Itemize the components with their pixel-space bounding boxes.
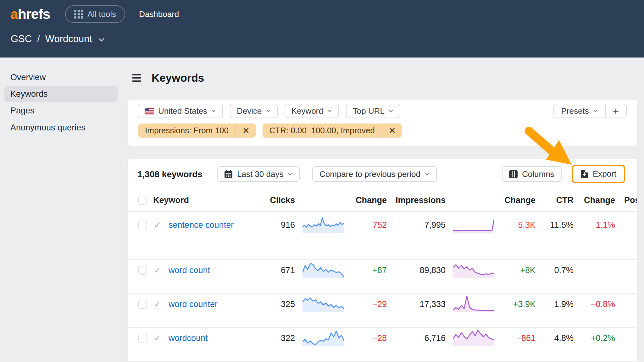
- impressions-change-value: +8K: [491, 261, 536, 279]
- ctr-value: 0.7%: [536, 261, 574, 279]
- presets-dropdown[interactable]: Presets: [554, 104, 605, 118]
- filter-chip-label: CTR: 0.00–100.00, Improved: [263, 123, 382, 138]
- columns-label: Columns: [522, 169, 554, 179]
- clicks-change-value: −28: [345, 329, 387, 347]
- filter-chip-impressions[interactable]: Impressions: From 100 ✕: [138, 123, 256, 138]
- clicks-change-value: −29: [345, 295, 387, 313]
- ctr-value: 4.8%: [536, 329, 574, 347]
- header-keyword[interactable]: Keyword: [153, 190, 189, 211]
- device-filter-dropdown[interactable]: Device: [230, 104, 277, 118]
- impressions-value: 6,716: [395, 329, 446, 347]
- chevron-down-icon: [389, 109, 393, 112]
- sidebar-item-pages[interactable]: Pages: [4, 102, 118, 119]
- header-clicks[interactable]: Clicks: [247, 190, 295, 211]
- header-position[interactable]: Pos: [624, 190, 637, 211]
- header-clicks-change[interactable]: Change: [345, 190, 387, 211]
- chevron-down-icon[interactable]: [98, 38, 104, 42]
- presets-label: Presets: [561, 106, 589, 116]
- check-icon: ✓: [154, 329, 166, 347]
- keyword-filter-dropdown[interactable]: Keyword: [285, 104, 339, 118]
- sidebar-item-overview[interactable]: Overview: [4, 69, 118, 85]
- export-label: Export: [593, 169, 616, 179]
- remove-filter-icon[interactable]: ✕: [236, 123, 256, 138]
- clicks-value: 671: [247, 261, 295, 279]
- keyword-filter-label: Keyword: [291, 106, 323, 116]
- ahrefs-gsc-keywords-page: ahrefs All tools Dashboard GSC / Wordcou…: [0, 0, 644, 362]
- menu-icon[interactable]: [132, 73, 141, 83]
- keyword-link[interactable]: word counter: [169, 299, 218, 309]
- header-impressions[interactable]: Impressions: [395, 190, 446, 211]
- us-flag-icon: [145, 108, 154, 114]
- keyword-link[interactable]: wordcount: [169, 333, 208, 343]
- row-checkbox[interactable]: [138, 300, 147, 309]
- remove-filter-icon[interactable]: ✕: [382, 123, 402, 138]
- device-filter-label: Device: [237, 106, 262, 116]
- sidebar-item-keywords[interactable]: Keywords: [4, 86, 118, 102]
- clicks-change-value: +87: [345, 261, 387, 279]
- impressions-value: 17,333: [395, 295, 446, 313]
- table-body: ✓ sentence counter 916 −752 7,995 −5.3K …: [128, 211, 637, 362]
- add-preset-button[interactable]: +: [605, 104, 626, 118]
- select-all-checkbox[interactable]: [138, 196, 147, 205]
- impressions-sparkline: [453, 261, 494, 279]
- clicks-value: 916: [247, 216, 295, 234]
- export-button[interactable]: Export: [572, 165, 625, 183]
- compare-period-dropdown[interactable]: Compare to previous period: [312, 166, 437, 182]
- top-url-filter-label: Top URL: [353, 106, 385, 116]
- row-checkbox[interactable]: [138, 221, 147, 229]
- chevron-down-icon: [288, 173, 292, 176]
- country-filter-dropdown[interactable]: United States: [138, 104, 223, 118]
- export-file-icon: [580, 169, 588, 178]
- all-tools-label: All tools: [87, 9, 116, 19]
- keyword-link[interactable]: sentence counter: [169, 220, 234, 230]
- all-tools-button[interactable]: All tools: [65, 5, 125, 23]
- chevron-down-icon: [327, 109, 332, 112]
- impressions-sparkline: [453, 216, 494, 234]
- clicks-sparkline: [303, 216, 344, 234]
- date-range-dropdown[interactable]: Last 30 days: [217, 166, 300, 182]
- columns-button[interactable]: Columns: [502, 166, 562, 182]
- clicks-value: 325: [247, 295, 295, 313]
- chevron-down-icon: [211, 109, 216, 112]
- chevron-down-icon: [593, 109, 598, 112]
- grid-icon: [74, 10, 83, 19]
- table-row: ✓ word counter 325 −29 17,333 +3.9K 1.9%…: [128, 294, 637, 328]
- clicks-sparkline: [303, 295, 344, 313]
- breadcrumb-separator: /: [37, 33, 40, 45]
- header-ctr-change[interactable]: Change: [574, 190, 615, 211]
- impressions-change-value: −5.3K: [491, 216, 536, 234]
- row-checkbox[interactable]: [138, 266, 147, 275]
- table-row: ✓ word count 671 +87 89,830 +8K 0.7%: [128, 260, 637, 294]
- page-title: Keywords: [152, 72, 204, 84]
- chevron-down-icon: [425, 173, 430, 176]
- dashboard-link[interactable]: Dashboard: [139, 9, 179, 19]
- table-row: ✓ wordcount 322 −28 6,716 −861 4.8% +0.2…: [128, 328, 637, 362]
- breadcrumb-project[interactable]: GSC: [11, 33, 32, 45]
- breadcrumb-page[interactable]: Wordcount: [45, 33, 92, 45]
- ctr-value: 11.5%: [536, 216, 574, 234]
- ctr-change-value: −1.1%: [574, 216, 615, 234]
- country-filter-label: United States: [158, 106, 207, 116]
- presets-group: Presets +: [553, 104, 627, 118]
- breadcrumb: GSC / Wordcount: [11, 33, 104, 45]
- keyword-link[interactable]: word count: [169, 266, 210, 275]
- check-icon: ✓: [154, 216, 166, 234]
- impressions-change-value: −861: [491, 329, 536, 347]
- compare-period-label: Compare to previous period: [319, 169, 420, 179]
- table-header-row: Keyword Clicks Change Impressions Change…: [128, 190, 637, 212]
- header-ctr[interactable]: CTR: [536, 190, 574, 211]
- date-range-label: Last 30 days: [237, 169, 283, 179]
- columns-icon: [509, 170, 518, 178]
- impressions-value: 89,830: [395, 261, 446, 279]
- filter-chip-ctr[interactable]: CTR: 0.00–100.00, Improved ✕: [263, 123, 402, 138]
- ctr-value: 1.9%: [536, 295, 574, 313]
- sidebar-item-anonymous-queries[interactable]: Anonymous queries: [4, 119, 118, 136]
- impressions-change-value: +3.9K: [491, 295, 536, 313]
- row-checkbox[interactable]: [138, 334, 147, 343]
- top-navbar: ahrefs All tools Dashboard GSC / Wordcou…: [0, 0, 644, 58]
- clicks-sparkline: [303, 261, 344, 279]
- top-url-filter-dropdown[interactable]: Top URL: [346, 104, 400, 118]
- logo-rest: hrefs: [18, 6, 50, 22]
- header-impressions-change[interactable]: Change: [491, 190, 536, 211]
- ahrefs-logo[interactable]: ahrefs: [10, 6, 50, 22]
